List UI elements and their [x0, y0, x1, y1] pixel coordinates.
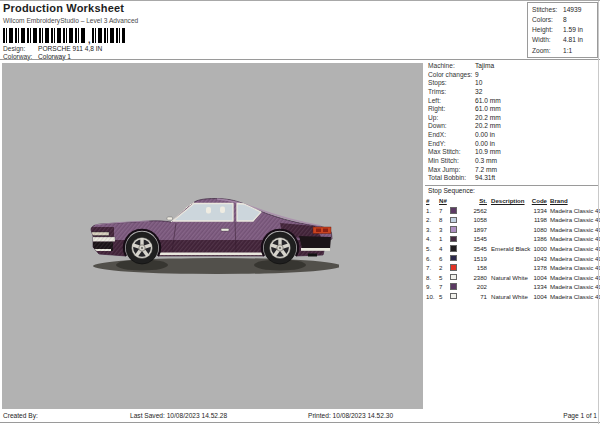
- stat-label: Stitches:: [532, 6, 563, 16]
- info-value: 0.3 mm: [475, 157, 497, 166]
- stitch-count: 202: [461, 283, 489, 290]
- swatch-cell: [450, 255, 461, 262]
- thread-description: Natural White: [489, 293, 523, 300]
- stat-row: Zoom:1:1: [532, 47, 597, 57]
- needle-num: 7: [439, 283, 450, 290]
- design-row: Design: PORSCHE 911 4,8 IN: [3, 45, 102, 52]
- thread-code: 1043: [523, 255, 547, 262]
- machine-info-row: EndX:0.00 in: [428, 131, 598, 140]
- stat-label: Colors:: [532, 16, 563, 26]
- table-row: 2.810581198Madeira Classic 40: [426, 215, 598, 225]
- stat-value: 1:1: [563, 47, 572, 57]
- table-row: 3.318971080Madeira Classic 40: [426, 225, 598, 235]
- thread-brand: Madeira Classic 40: [547, 264, 598, 271]
- thread-brand: Madeira Classic 40: [547, 216, 598, 223]
- rear-wheel: [264, 232, 296, 264]
- stitch-count: 1519: [461, 255, 489, 262]
- info-label: Trims:: [428, 88, 475, 97]
- machine-info-panel: Machine:Tajima Color changes:9 Stops:10 …: [428, 62, 598, 183]
- stitch-count: 158: [461, 264, 489, 271]
- thread-color-swatch: [450, 226, 457, 233]
- thread-code: 1378: [523, 264, 547, 271]
- thread-color-swatch: [450, 264, 457, 271]
- rear-lower-trim: [301, 248, 330, 251]
- table-row: 5.43545Emerald Black1000Madeira Classic …: [426, 244, 598, 254]
- info-value: 0.00 in: [475, 140, 495, 149]
- row-num: 7.: [426, 264, 439, 271]
- stat-value: 14939: [563, 6, 581, 16]
- last-saved-timestamp: Last Saved: 10/08/2023 14.52.28: [130, 412, 227, 419]
- info-value: 20.2 mm: [475, 122, 501, 131]
- machine-info-row: Min Stitch:0.3 mm: [428, 157, 598, 166]
- info-label: Min Stitch:: [428, 157, 475, 166]
- info-value: 32: [475, 88, 482, 97]
- stitch-count: 1897: [461, 226, 489, 233]
- stitch-count: 1058: [461, 216, 489, 223]
- machine-info-row: Total Bobbin:94.31ft: [428, 174, 598, 183]
- stitch-count: 2562: [461, 207, 489, 214]
- footer-divider: [0, 422, 600, 423]
- thread-code: 1080: [523, 226, 547, 233]
- stat-value: 1.59 in: [563, 26, 583, 36]
- info-value: 0.00 in: [475, 131, 495, 140]
- barcode-separator: ,: [88, 38, 91, 43]
- stitch-count: 3545: [461, 245, 489, 252]
- thread-brand: Madeira Classic 40: [547, 235, 598, 242]
- table-row: 10.571Natural White1004Madeira Classic 4…: [426, 291, 598, 301]
- info-value: 61.0 mm: [475, 105, 501, 114]
- stat-value: 4.81 in: [563, 36, 583, 46]
- thread-brand: Madeira Classic 40: [547, 245, 598, 252]
- side-mirror: [167, 217, 173, 220]
- stitch-count: 71: [461, 293, 489, 300]
- swatch-cell: [450, 226, 461, 233]
- table-header-row: # N# St. Description Code Brand: [426, 196, 598, 206]
- machine-info-row: Trims:32: [428, 88, 598, 97]
- swatch-cell: [450, 264, 461, 271]
- seat-headrest: [206, 207, 211, 214]
- swatch-cell: [450, 217, 461, 224]
- stat-label: Zoom:: [532, 47, 563, 57]
- machine-info-row: Color changes:9: [428, 71, 598, 80]
- machine-info-row: Down:20.2 mm: [428, 122, 598, 131]
- thread-description: Emerald Black: [489, 245, 523, 252]
- swatch-cell: [450, 236, 461, 243]
- thread-color-swatch: [450, 236, 457, 243]
- row-num: 5.: [426, 245, 439, 252]
- machine-info-row: Max Stitch:10.9 mm: [428, 148, 598, 157]
- thread-code: 1198: [523, 216, 547, 223]
- table-row: 6.615191043Madeira Classic 40: [426, 253, 598, 263]
- info-label: Max Stitch:: [428, 148, 475, 157]
- info-label: Left:: [428, 97, 475, 106]
- col-header-code: Code: [523, 197, 547, 204]
- needle-num: 2: [439, 264, 450, 271]
- info-label: Machine:: [428, 62, 475, 71]
- swatch-cell: [450, 293, 461, 300]
- barcode-bars: [92, 28, 125, 43]
- col-header-needle: N#: [439, 197, 450, 204]
- row-num: 9.: [426, 283, 439, 290]
- needle-num: 7: [439, 207, 450, 214]
- row-num: 3.: [426, 226, 439, 233]
- page-title: Production Worksheet: [3, 2, 124, 14]
- thread-description: Natural White: [489, 274, 523, 281]
- thread-code: 1004: [523, 293, 547, 300]
- swatch-cell: [450, 207, 461, 214]
- info-value: 9: [475, 71, 479, 80]
- design-canvas: [2, 63, 423, 409]
- needle-num: 3: [439, 226, 450, 233]
- row-num: 6.: [426, 255, 439, 262]
- table-row: 8.52380Natural White1004Madeira Classic …: [426, 272, 598, 282]
- table-row: 1.725621334Madeira Classic 40: [426, 206, 598, 216]
- col-header-num: #: [426, 197, 439, 204]
- thread-color-swatch: [450, 293, 457, 300]
- thread-color-swatch: [450, 274, 457, 281]
- info-value: 61.0 mm: [475, 97, 501, 106]
- exhaust: [308, 254, 317, 257]
- needle-num: 5: [439, 293, 450, 300]
- col-header-brand: Brand: [547, 197, 598, 204]
- row-num: 8.: [426, 274, 439, 281]
- info-label: Down:: [428, 122, 475, 131]
- swatch-cell: [450, 283, 461, 290]
- info-label: Right:: [428, 105, 475, 114]
- thread-color-swatch: [450, 255, 457, 262]
